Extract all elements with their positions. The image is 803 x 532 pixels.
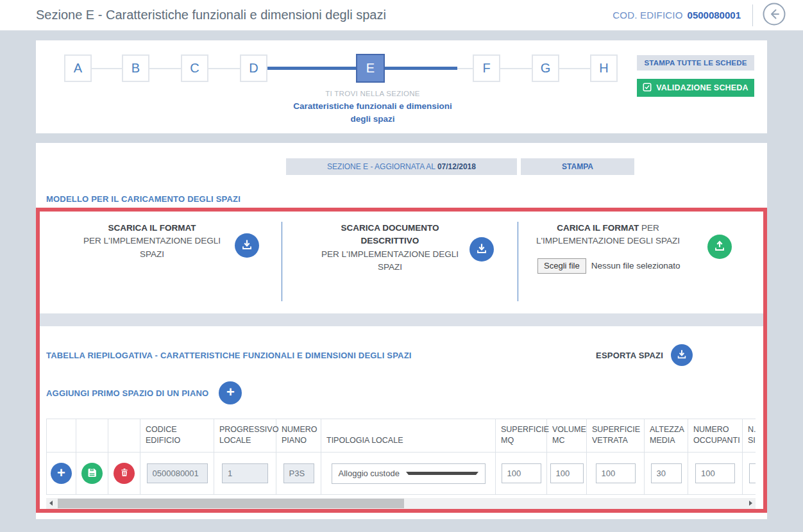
- upload-format-button[interactable]: [707, 235, 732, 259]
- export-spaces-label: ESPORTA SPAZI: [596, 351, 663, 360]
- step-connector: [559, 68, 590, 69]
- step-b[interactable]: B: [122, 54, 149, 82]
- superficie-vetrata-input[interactable]: [596, 463, 636, 483]
- print-button[interactable]: STAMPA: [521, 158, 634, 175]
- panel-title: SCARICA IL FORMAT: [75, 222, 229, 235]
- download-descriptive-doc-panel: SCARICA DOCUMENTO DESCRITTIVO PER L'IMPL…: [282, 222, 518, 301]
- tipologia-locale-select[interactable]: Alloggio custode: [332, 463, 486, 484]
- step-connector: [149, 68, 181, 69]
- model-heading: MODELLO PER IL CARICAMENTO DEGLI SPAZI: [46, 194, 757, 204]
- table-row: +: [47, 453, 756, 495]
- export-spaces-button[interactable]: [671, 344, 693, 366]
- you-are-here-label: TI TROVI NELLA SEZIONE: [289, 90, 457, 97]
- download-format-button[interactable]: [235, 233, 259, 258]
- superficie-mq-input[interactable]: [502, 463, 541, 483]
- page-title: Sezione E - Caratteristiche funzionali e…: [36, 8, 613, 22]
- upload-format-panel: CARICA IL FORMAT PER L'IMPLEMENTAZIONE D…: [518, 222, 763, 301]
- panel-subtitle: PER L'IMPLEMENTAZIONE DEGLI SPAZI: [83, 236, 221, 258]
- step-connector-active: [385, 67, 457, 70]
- col-numero-occupanti: NUMERO OCCUPANTI: [688, 419, 743, 453]
- current-section-name: Caratteristiche funzionali e dimensioni …: [289, 100, 457, 125]
- step-e-active[interactable]: E: [356, 54, 385, 83]
- col-codice-edificio: CODICE EDIFICIO: [140, 419, 214, 453]
- step-connector: [500, 68, 532, 69]
- building-code: COD. EDIFICIO 0500080001: [613, 10, 741, 21]
- step-connector: [457, 68, 473, 69]
- col-actions-3: [108, 419, 140, 453]
- scroll-left-arrow-icon[interactable]: [49, 501, 53, 506]
- plus-icon: +: [57, 466, 65, 481]
- download-descriptive-doc-text: SCARICA DOCUMENTO DESCRITTIVO PER L'IMPL…: [313, 222, 467, 274]
- add-space-row-button[interactable]: +: [51, 463, 72, 484]
- validate-button-label: VALIDAZIONE SCHEDA: [656, 83, 748, 92]
- topbar: Sezione E - Caratteristiche funzionali e…: [0, 0, 803, 31]
- step-g[interactable]: G: [532, 54, 559, 82]
- back-arrow-icon: [762, 2, 786, 28]
- download-icon: [676, 349, 688, 362]
- add-first-space-button[interactable]: +: [219, 381, 242, 404]
- download-format-text: SCARICA IL FORMAT PER L'IMPLEMENTAZIONE …: [75, 222, 229, 261]
- scrollbar-thumb[interactable]: [58, 499, 404, 508]
- col-actions-2: [76, 419, 108, 453]
- add-first-space-label: AGGIUNGI PRIMO SPAZIO DI UN PIANO: [46, 388, 208, 398]
- progressivo-locale-input[interactable]: [222, 463, 268, 483]
- stepper-card: A B C D E F G H TI TROVI NELLA SEZIONE C…: [36, 40, 767, 133]
- section-e-card: SEZIONE E - AGGIORNATA AL 07/12/2018 STA…: [36, 143, 767, 519]
- horizontal-scrollbar[interactable]: [46, 498, 756, 509]
- building-code-label: COD. EDIFICIO: [613, 10, 682, 21]
- scroll-right-arrow-icon[interactable]: [749, 501, 752, 506]
- spaces-table-viewport: CODICE EDIFICIO PROGRESSIVO LOCALE NUMER…: [46, 419, 756, 495]
- divider: [752, 4, 753, 26]
- step-f[interactable]: F: [473, 54, 500, 82]
- col-numero-piano: NUMERO PIANO: [276, 419, 321, 453]
- codice-edificio-input[interactable]: [147, 463, 208, 483]
- truncated-input[interactable]: [749, 463, 756, 483]
- col-tipologia-locale: TIPOLOGIA LOCALE: [321, 419, 496, 453]
- panel-subtitle: PER L'IMPLEMENTAZIONE DEGLI SPAZI: [321, 249, 459, 272]
- col-altezza-media: ALTEZZA MEDIA: [645, 419, 688, 453]
- col-superficie-vetrata: SUPERFICIE VETRATA: [587, 419, 645, 453]
- validate-sheet-button[interactable]: VALIDAZIONE SCHEDA: [637, 79, 754, 97]
- step-c[interactable]: C: [181, 54, 208, 82]
- highlight-frame: SCARICA IL FORMAT PER L'IMPLEMENTAZIONE …: [36, 208, 767, 513]
- spaces-table: CODICE EDIFICIO PROGRESSIVO LOCALE NUMER…: [46, 419, 756, 495]
- step-h[interactable]: H: [590, 54, 618, 82]
- choose-file-button[interactable]: Scegli file: [537, 258, 586, 274]
- step-connector: [208, 68, 240, 69]
- summary-heading: TABELLA RIEPILOGATIVA - CARATTERISTICHE …: [46, 351, 596, 360]
- delete-row-button[interactable]: [114, 463, 135, 484]
- download-icon: [475, 242, 488, 257]
- download-format-panel: SCARICA IL FORMAT PER L'IMPLEMENTAZIONE …: [40, 222, 282, 301]
- save-floppy-icon: [87, 467, 97, 480]
- numero-piano-input[interactable]: [283, 463, 314, 483]
- section-updated-label: SEZIONE E - AGGIORNATA AL: [327, 162, 437, 171]
- download-descriptive-doc-button[interactable]: [469, 237, 494, 262]
- file-status-text: Nessun file selezionato: [591, 261, 680, 270]
- download-icon: [241, 238, 253, 253]
- stepper-actions: STAMPA TUTTE LE SCHEDE VALIDAZIONE SCHED…: [637, 55, 754, 97]
- building-code-value: 0500080001: [688, 10, 741, 21]
- chevron-down-icon: [406, 472, 478, 475]
- section-updated-date: 07/12/2018: [437, 162, 476, 171]
- step-connector-active: [267, 67, 356, 70]
- col-actions-1: [47, 419, 76, 453]
- section-bar: SEZIONE E - AGGIORNATA AL 07/12/2018 STA…: [36, 143, 767, 175]
- panel-title: SCARICA DOCUMENTO DESCRITTIVO: [313, 222, 467, 248]
- print-all-sheets-button[interactable]: STAMPA TUTTE LE SCHEDE: [637, 55, 754, 71]
- back-button[interactable]: [762, 3, 786, 28]
- section-updated-button[interactable]: SEZIONE E - AGGIORNATA AL 07/12/2018: [286, 158, 517, 175]
- check-square-icon: [643, 83, 652, 94]
- tipologia-locale-value: Alloggio custode: [339, 469, 406, 478]
- export-spaces: ESPORTA SPAZI: [596, 344, 757, 366]
- file-input-row: Scegli file Nessun file selezionato: [537, 258, 763, 274]
- plus-icon: +: [226, 385, 235, 401]
- add-first-space-row: AGGIUNGI PRIMO SPAZIO DI UN PIANO +: [46, 381, 757, 404]
- save-row-button[interactable]: [81, 463, 103, 484]
- step-a[interactable]: A: [64, 54, 92, 82]
- volume-mc-input[interactable]: [550, 463, 584, 483]
- col-superficie-mq: SUPERFICIE MQ: [496, 419, 547, 453]
- step-connector: [92, 68, 122, 69]
- step-d[interactable]: D: [240, 54, 267, 82]
- altezza-media-input[interactable]: [651, 463, 682, 483]
- numero-occupanti-input[interactable]: [695, 463, 735, 483]
